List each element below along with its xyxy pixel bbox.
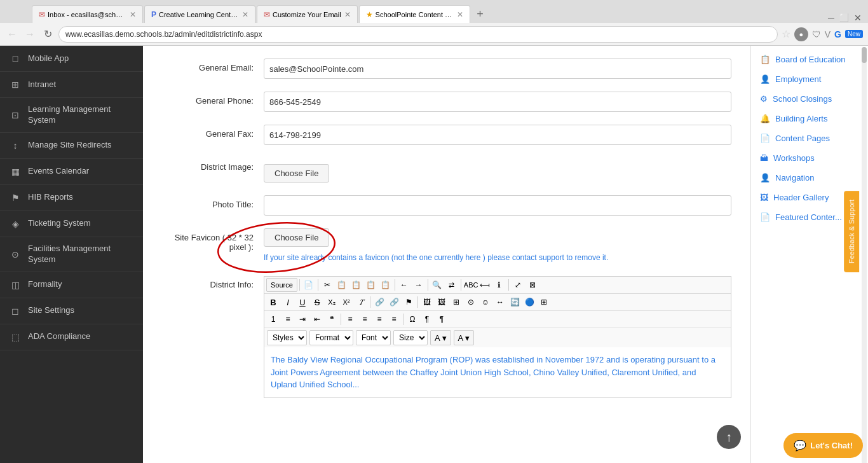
- chat-button[interactable]: 💬 Let's Chat!: [783, 433, 863, 458]
- tab-4-close[interactable]: ✕: [457, 10, 463, 19]
- tab-2-close[interactable]: ✕: [242, 10, 248, 19]
- tab-1-close[interactable]: ✕: [130, 10, 136, 19]
- profile-btn[interactable]: ●: [794, 27, 808, 41]
- tb-doc-btn[interactable]: 📄: [302, 278, 316, 292]
- tb-align-right-btn[interactable]: ≡: [372, 312, 386, 326]
- sidebar-item-events-calendar[interactable]: ▦ Events Calendar: [0, 159, 143, 185]
- size-select[interactable]: Size: [393, 330, 428, 345]
- tb-strike-btn[interactable]: S: [310, 295, 324, 309]
- tb-anchor-btn[interactable]: ⚑: [402, 295, 416, 309]
- tb-info-btn[interactable]: ℹ: [492, 278, 506, 292]
- minimize-btn[interactable]: ─: [828, 13, 834, 23]
- font-select[interactable]: Font: [356, 330, 391, 345]
- choose-file-btn-favicon[interactable]: Choose File: [264, 228, 329, 247]
- general-email-input[interactable]: [264, 59, 731, 79]
- tb-lang-btn[interactable]: ⟻: [478, 278, 492, 292]
- sidebar-item-intranet[interactable]: ⊞ Intranet: [0, 72, 143, 98]
- tb-copy-btn[interactable]: 📋: [335, 278, 349, 292]
- tb-showblocks-btn[interactable]: ⊞: [537, 295, 551, 309]
- sidebar-item-mobile-app[interactable]: □ Mobile App: [0, 46, 143, 72]
- styles-select[interactable]: Styles: [267, 330, 307, 345]
- general-fax-input[interactable]: [264, 125, 731, 145]
- tab-1[interactable]: ✉ Inbox - ecasillas@school... ✕: [32, 5, 143, 23]
- source-btn[interactable]: Source: [266, 278, 297, 292]
- forward-btn[interactable]: →: [23, 27, 37, 41]
- tb-redo-btn[interactable]: →: [412, 278, 426, 292]
- tab-3-close[interactable]: ✕: [344, 10, 351, 19]
- tb-para-btn[interactable]: ¶: [420, 312, 434, 326]
- sidebar-item-lms[interactable]: ⊡ Learning Management System: [0, 98, 143, 133]
- tb-hr-btn[interactable]: ⊙: [464, 295, 478, 309]
- feedback-button[interactable]: Feedback & Support: [844, 191, 859, 272]
- scroll-up-button[interactable]: ↑: [717, 425, 741, 449]
- right-sidebar-school-closings[interactable]: ⚙ School Closings: [751, 89, 868, 109]
- tb-page-btn[interactable]: 🔄: [508, 295, 522, 309]
- tb-spell-btn[interactable]: ABC: [463, 278, 477, 292]
- tb-undo-btn[interactable]: ←: [397, 278, 411, 292]
- sidebar-item-ticketing[interactable]: ◈ Ticketing System: [0, 211, 143, 237]
- right-sidebar-board-of-education[interactable]: 📋 Board of Education: [751, 50, 868, 69]
- sidebar-item-manage-redirects[interactable]: ↕ Manage Site Redirects: [0, 133, 143, 159]
- sidebar-item-site-settings[interactable]: ◻ Site Settings: [0, 298, 143, 324]
- tb-indent-btn[interactable]: ⇥: [295, 312, 309, 326]
- back-btn[interactable]: ←: [5, 27, 19, 41]
- close-btn[interactable]: ✕: [854, 13, 862, 23]
- refresh-btn[interactable]: ↻: [41, 27, 55, 41]
- format-select[interactable]: Format: [309, 330, 353, 345]
- tb-para2-btn[interactable]: ¶: [435, 312, 449, 326]
- tb-unlink-btn[interactable]: 🔗: [387, 295, 401, 309]
- tb-sep-8: [417, 296, 418, 308]
- maximize-btn[interactable]: ⬜: [839, 13, 849, 22]
- tb-image-btn[interactable]: 🖼: [420, 295, 434, 309]
- tb-orderedlist-btn[interactable]: 1: [266, 312, 280, 326]
- sidebar-item-hib-reports[interactable]: ⚑ HIB Reports: [0, 185, 143, 211]
- tb-find-btn[interactable]: 🔍: [430, 278, 444, 292]
- editor-content-area[interactable]: The Baldy View Regional Occupational Pro…: [264, 347, 731, 398]
- tb-outdent-btn[interactable]: ⇤: [310, 312, 324, 326]
- tb-underline-btn[interactable]: U: [295, 295, 309, 309]
- tab-4[interactable]: ★ SchoolPointe Content M... ✕: [359, 5, 470, 23]
- tb-align-justify-btn[interactable]: ≡: [387, 312, 401, 326]
- tb-special-char-btn[interactable]: Ω: [405, 312, 419, 326]
- photo-title-input[interactable]: [264, 195, 731, 216]
- bookmark-btn[interactable]: ☆: [782, 28, 790, 40]
- tb-template-btn[interactable]: 🔵: [522, 295, 536, 309]
- right-sidebar-workshops[interactable]: 🏔 Workshops: [751, 148, 868, 168]
- sidebar-item-facilities[interactable]: ⊙ Facilities Management System: [0, 237, 143, 272]
- tb-replace-btn[interactable]: ⇄: [445, 278, 459, 292]
- tb-smiley-btn[interactable]: ☺: [478, 295, 492, 309]
- tb-paste2-btn[interactable]: 📋: [364, 278, 378, 292]
- right-sidebar-employment[interactable]: 👤 Employment: [751, 69, 868, 89]
- tab-2[interactable]: P Creative Learning Center... ✕: [144, 5, 255, 23]
- tb-blockquote-btn[interactable]: ❝: [325, 312, 339, 326]
- tb-paste3-btn[interactable]: 📋: [379, 278, 393, 292]
- tb-sup-btn[interactable]: X²: [339, 295, 353, 309]
- tb-align-center-btn[interactable]: ≡: [358, 312, 372, 326]
- tb-fullscreen-btn[interactable]: ⤢: [511, 278, 525, 292]
- tb-paste-btn[interactable]: 📋: [349, 278, 363, 292]
- tb-iframe-btn[interactable]: ↔: [493, 295, 507, 309]
- tb-removeformat-btn[interactable]: 𝑇: [354, 295, 368, 309]
- new-tab-btn[interactable]: +: [471, 5, 489, 23]
- choose-file-btn-image[interactable]: Choose File: [264, 164, 329, 183]
- tb-link-btn[interactable]: 🔗: [372, 295, 386, 309]
- tb-blocks-btn[interactable]: ⊠: [526, 278, 539, 292]
- tb-align-left-btn[interactable]: ≡: [343, 312, 357, 326]
- sidebar-item-ada-compliance[interactable]: ⬚ ADA Compliance: [0, 324, 143, 350]
- tb-bold-btn[interactable]: B: [266, 295, 280, 309]
- bg-color-btn[interactable]: A ▾: [454, 330, 475, 345]
- tb-sub-btn[interactable]: X₂: [325, 295, 339, 309]
- font-color-btn[interactable]: A ▾: [430, 330, 451, 345]
- right-sidebar-navigation[interactable]: 👤 Navigation: [751, 168, 868, 188]
- tb-unorderedlist-btn[interactable]: ≡: [281, 312, 295, 326]
- tb-table-btn[interactable]: ⊞: [449, 295, 463, 309]
- tb-cut-btn[interactable]: ✂: [320, 278, 334, 292]
- tab-3[interactable]: ✉ Customize Your Email ✕: [257, 5, 358, 23]
- tb-flash-btn[interactable]: 🖼: [435, 295, 449, 309]
- url-bar[interactable]: www.ecasillas.demo.schools.bz/admin/edit…: [58, 26, 778, 43]
- general-phone-input[interactable]: [264, 92, 731, 112]
- right-sidebar-content-pages[interactable]: 📄 Content Pages: [751, 128, 868, 148]
- right-sidebar-building-alerts[interactable]: 🔔 Building Alerts: [751, 109, 868, 128]
- tb-italic-btn[interactable]: I: [281, 295, 295, 309]
- sidebar-item-formality[interactable]: ◫ Formality: [0, 272, 143, 298]
